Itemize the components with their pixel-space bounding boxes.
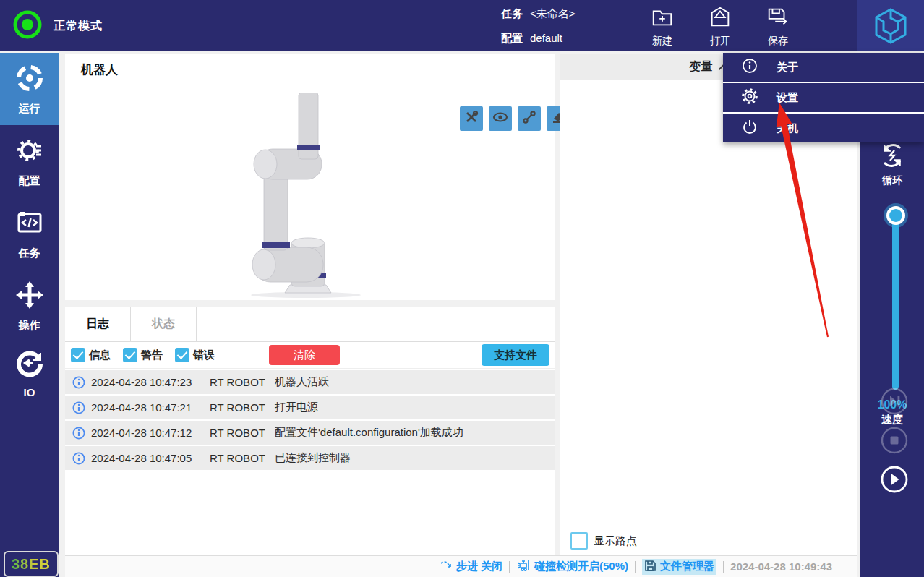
log-row[interactable]: 2024-04-28 10:47:05 RT ROBOT 已连接到控制器 — [65, 446, 555, 470]
robot-panel-title: 机器人 — [65, 54, 555, 85]
sidebar-item-label: 配置 — [19, 174, 40, 188]
log-time: 2024-04-28 10:47:21 — [91, 401, 192, 414]
new-task-button[interactable]: 新建 — [637, 5, 688, 48]
brand-logo[interactable] — [857, 0, 924, 51]
log-source: RT ROBOT — [210, 427, 265, 439]
open-button[interactable]: 打开 — [695, 5, 745, 48]
normal-mode-status-icon — [13, 10, 42, 42]
log-filter-row: 信息 警告 错误 清除 支持文件 — [65, 342, 555, 369]
speed-slider-knob[interactable] — [886, 206, 905, 225]
task-row: 任务 <未命名> — [501, 7, 576, 21]
tools-button[interactable] — [460, 106, 483, 131]
menu-item-about[interactable]: 关于 — [723, 53, 924, 83]
statusbar-timestamp: 2024-04-28 10:49:43 — [730, 560, 832, 573]
collision-detection-status[interactable]: 碰撞检测开启(50%) — [516, 559, 628, 574]
info-icon — [742, 58, 758, 77]
support-files-button[interactable]: 支持文件 — [482, 344, 549, 366]
power-icon — [742, 119, 758, 137]
log-source: RT ROBOT — [210, 401, 265, 414]
collision-icon — [516, 559, 531, 574]
error-checkbox[interactable] — [175, 348, 189, 362]
new-task-icon — [650, 20, 675, 32]
info-log-icon — [72, 427, 85, 442]
sidebar-item-config[interactable]: 配置 — [0, 125, 59, 197]
log-row[interactable]: 2024-04-28 10:47:23 RT ROBOT 机器人活跃 — [65, 370, 555, 394]
step-mode-label: 步进 关闭 — [456, 560, 502, 573]
robot-panel: 机器人 — [65, 54, 555, 300]
step-forward-button[interactable] — [880, 387, 909, 416]
save-label: 保存 — [753, 35, 803, 48]
step-mode-status[interactable]: 步进 关闭 — [440, 560, 502, 573]
task-code-icon — [14, 208, 45, 241]
sidebar-item-task[interactable]: 任务 — [0, 197, 59, 270]
loop-button[interactable]: 循环 — [860, 142, 924, 187]
error-checkbox-label: 错误 — [193, 349, 215, 362]
log-source: RT ROBOT — [210, 376, 265, 388]
loop-label: 循环 — [860, 174, 924, 187]
path-button[interactable] — [518, 106, 541, 131]
collision-detection-label: 碰撞检测开启(50%) — [534, 560, 628, 573]
clear-button[interactable]: 清除 — [269, 345, 340, 365]
log-message: 配置文件'default.configuration'加载成功 — [275, 426, 463, 440]
file-manager-label: 文件管理器 — [660, 560, 714, 573]
gear-icon — [742, 88, 758, 107]
left-sidebar: 运行 配置 任务 — [0, 53, 59, 577]
statusbar-divider — [509, 561, 510, 573]
log-time: 2024-04-28 10:47:23 — [91, 376, 192, 388]
sidebar-item-run[interactable]: 运行 — [0, 53, 59, 125]
file-manager-button[interactable]: 文件管理器 — [642, 559, 716, 575]
loop-icon — [878, 158, 907, 171]
sidebar-item-io[interactable]: IO — [0, 342, 59, 404]
tools-icon — [464, 110, 479, 127]
log-message: 打开电源 — [275, 401, 318, 414]
stop-button[interactable] — [880, 426, 909, 455]
config-label: 配置 — [501, 32, 523, 46]
log-row[interactable]: 2024-04-28 10:47:12 RT ROBOT 配置文件'defaul… — [65, 421, 555, 445]
file-manager-icon — [644, 560, 656, 574]
eye-button[interactable] — [489, 106, 512, 131]
info-log-icon — [72, 452, 85, 467]
robot-3d-view[interactable] — [213, 93, 394, 304]
log-message: 机器人活跃 — [275, 375, 329, 389]
top-bar: 正常模式 任务 <未命名> 配置 default 新建 — [0, 0, 924, 51]
tab-status[interactable]: 状态 — [131, 307, 197, 341]
tab-log[interactable]: 日志 — [65, 307, 131, 341]
log-panel: 日志 状态 信息 警告 错误 清除 支持文件 2024-04-28 10:47:… — [65, 307, 555, 555]
menu-item-label: 关于 — [777, 61, 798, 74]
info-checkbox-label: 信息 — [89, 349, 111, 362]
move-arrows-icon — [14, 280, 45, 313]
menu-item-shutdown[interactable]: 关机 — [723, 114, 924, 142]
info-log-icon — [72, 376, 85, 391]
system-dropdown-menu: 关于 设置 关机 — [723, 53, 924, 142]
show-waypoints-checkbox[interactable] — [570, 532, 588, 550]
log-time: 2024-04-28 10:47:05 — [91, 452, 192, 464]
menu-item-label: 设置 — [777, 91, 798, 105]
play-button[interactable] — [880, 465, 909, 494]
log-row[interactable]: 2024-04-28 10:47:21 RT ROBOT 打开电源 — [65, 396, 555, 419]
log-time: 2024-04-28 10:47:12 — [91, 427, 192, 439]
save-button[interactable]: 保存 — [753, 5, 803, 48]
sidebar-item-label: 任务 — [19, 247, 40, 260]
log-tabs: 日志 状态 — [65, 307, 555, 342]
log-message: 已连接到控制器 — [275, 451, 351, 465]
speed-slider-track[interactable] — [892, 215, 899, 390]
new-task-label: 新建 — [637, 35, 688, 48]
menu-item-settings[interactable]: 设置 — [723, 83, 924, 114]
log-entries: 2024-04-28 10:47:23 RT ROBOT 机器人活跃 2024-… — [65, 370, 555, 470]
save-icon — [766, 20, 790, 32]
mode-label: 正常模式 — [54, 19, 103, 34]
run-icon — [14, 63, 45, 96]
config-value: default — [530, 32, 562, 44]
info-checkbox[interactable] — [71, 348, 85, 362]
log-source: RT ROBOT — [210, 452, 265, 464]
statusbar-divider — [723, 561, 724, 573]
path-icon — [522, 110, 536, 127]
warning-checkbox-label: 警告 — [141, 349, 163, 362]
sidebar-item-label: 运行 — [19, 102, 40, 116]
task-label: 任务 — [501, 7, 523, 21]
show-waypoints-label: 显示路点 — [594, 534, 637, 548]
warning-checkbox[interactable] — [123, 348, 137, 362]
status-code-badge[interactable]: 38EB — [4, 551, 59, 577]
sidebar-item-operate[interactable]: 操作 — [0, 270, 59, 342]
eye-icon — [492, 110, 508, 127]
